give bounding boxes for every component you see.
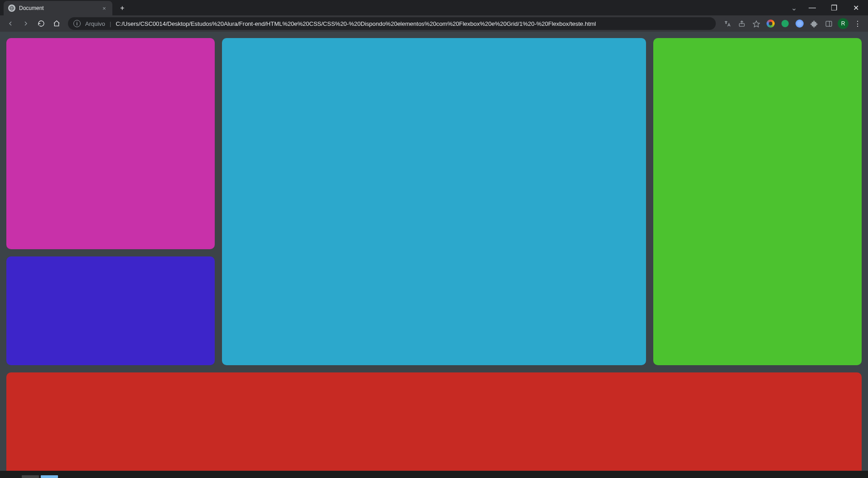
- box-pink: [6, 38, 215, 249]
- url-scheme: Arquivo: [85, 20, 105, 27]
- browser-toolbar: i Arquivo | C:/Users/CSC0014/Desktop/Est…: [0, 15, 868, 32]
- taskbar-app[interactable]: [22, 475, 39, 478]
- new-tab-button[interactable]: +: [116, 2, 129, 14]
- nav-forward-button[interactable]: [19, 17, 33, 30]
- extensions-puzzle-icon[interactable]: [807, 17, 821, 30]
- avatar-initial: R: [838, 18, 849, 29]
- site-info-icon[interactable]: i: [73, 20, 81, 27]
- svg-marker-4: [753, 21, 759, 27]
- extension-gear-icon[interactable]: [793, 17, 806, 30]
- toolbar-right-group: R ⋮: [720, 17, 864, 30]
- globe-icon: [8, 5, 15, 12]
- page-viewport: [0, 32, 868, 471]
- tab-title: Document: [19, 5, 97, 11]
- side-panel-icon[interactable]: [822, 17, 835, 30]
- translate-icon[interactable]: [720, 17, 734, 30]
- box-cyan: [222, 38, 646, 365]
- window-close-button[interactable]: ✕: [845, 1, 866, 14]
- profile-avatar[interactable]: R: [836, 17, 850, 30]
- nav-back-button[interactable]: [4, 17, 17, 30]
- share-icon[interactable]: [735, 17, 748, 30]
- box-green: [653, 38, 862, 365]
- window-controls: ⌄ — ❐ ✕: [786, 0, 868, 15]
- nav-home-button[interactable]: [50, 17, 63, 30]
- window-maximize-button[interactable]: ❐: [824, 1, 844, 14]
- box-blue: [6, 256, 215, 365]
- close-tab-button[interactable]: ×: [101, 5, 108, 12]
- address-bar[interactable]: i Arquivo | C:/Users/CSC0014/Desktop/Est…: [68, 17, 716, 30]
- browser-menu-button[interactable]: ⋮: [851, 17, 864, 30]
- svg-rect-5: [826, 21, 832, 26]
- window-minimize-button[interactable]: —: [802, 1, 823, 14]
- box-red: [6, 372, 862, 471]
- browser-titlebar: Document × + ⌄ — ❐ ✕: [0, 0, 868, 15]
- tab-search-button[interactable]: ⌄: [786, 1, 801, 14]
- grid-container: [6, 38, 862, 471]
- taskbar-app-active[interactable]: [41, 475, 58, 478]
- extension-colorwheel-icon[interactable]: [764, 17, 777, 30]
- bookmark-star-icon[interactable]: [749, 17, 763, 30]
- browser-tab[interactable]: Document ×: [4, 1, 112, 15]
- extension-green-icon[interactable]: [778, 17, 792, 30]
- url-divider: |: [110, 20, 111, 27]
- nav-reload-button[interactable]: [34, 17, 48, 30]
- url-text: C:/Users/CSC0014/Desktop/Estudos%20Alura…: [116, 20, 596, 27]
- os-taskbar[interactable]: [0, 471, 868, 478]
